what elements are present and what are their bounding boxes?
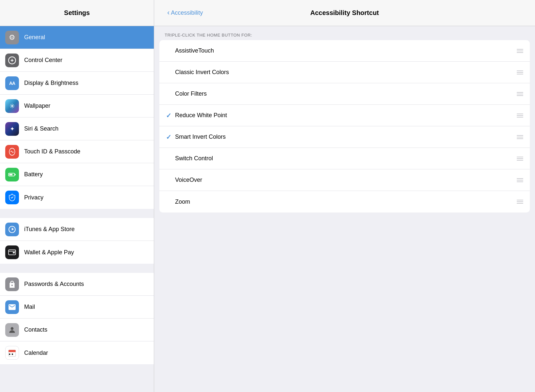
back-label: Accessibility — [171, 9, 203, 16]
check-reduce-white-point: ✓ — [166, 112, 175, 119]
calendar-icon: ● ● ● — [5, 346, 19, 360]
sidebar-item-calendar[interactable]: ● ● ● Calendar — [0, 341, 154, 364]
drag-handle-switch-control[interactable] — [517, 157, 523, 161]
sidebar-item-siri-search[interactable]: ✦ Siri & Search — [0, 118, 154, 140]
right-panel: TRIPLE-CLICK THE HOME BUTTON FOR: Assist… — [154, 26, 535, 392]
svg-point-10 — [11, 327, 14, 330]
page-title: Accessibility Shortcut — [310, 9, 379, 17]
itunes-icon — [5, 223, 19, 236]
back-chevron-icon: ‹ — [167, 9, 170, 16]
sidebar-item-label-display-brightness: Display & Brightness — [24, 80, 78, 86]
sidebar-item-label-battery: Battery — [24, 171, 43, 178]
option-label-classic-invert: Classic Invert Colors — [175, 69, 513, 76]
sidebar-item-label-contacts: Contacts — [24, 326, 47, 333]
sidebar-item-label-itunes: iTunes & App Store — [24, 226, 74, 233]
sidebar-item-wallet[interactable]: Wallet & Apple Pay — [0, 241, 154, 264]
sidebar-divider-1 — [0, 209, 154, 218]
display-brightness-icon: AA — [5, 76, 19, 90]
sidebar-item-privacy[interactable]: Privacy — [0, 186, 154, 209]
sidebar-item-label-calendar: Calendar — [24, 350, 48, 356]
check-classic-invert — [166, 69, 175, 76]
back-button[interactable]: ‹ Accessibility — [167, 9, 203, 16]
sidebar-item-label-siri: Siri & Search — [24, 125, 58, 132]
check-smart-invert: ✓ — [166, 133, 175, 141]
sidebar-item-display-brightness[interactable]: AA Display & Brightness — [0, 72, 154, 95]
sidebar-item-label-passwords: Passwords & Accounts — [24, 281, 84, 288]
option-classic-invert[interactable]: Classic Invert Colors — [159, 62, 530, 83]
check-assistive-touch — [166, 47, 175, 55]
wallet-icon — [5, 245, 19, 259]
sidebar-item-wallpaper[interactable]: ✳ Wallpaper — [0, 95, 154, 118]
drag-handle-assistive-touch[interactable] — [517, 49, 523, 53]
sidebar-item-passwords[interactable]: Passwords & Accounts — [0, 273, 154, 296]
mail-icon — [5, 300, 19, 314]
sidebar-item-label-general: General — [24, 34, 45, 41]
sidebar-item-label-privacy: Privacy — [24, 194, 43, 201]
general-icon: ⚙ — [5, 31, 19, 44]
sidebar-item-label-touch-id: Touch ID & Passcode — [24, 148, 80, 155]
option-label-smart-invert: Smart Invert Colors — [175, 133, 513, 140]
sidebar: ⚙ General Control Center AA Disp — [0, 26, 154, 392]
header-left: Settings — [0, 0, 154, 26]
sidebar-group-1: ⚙ General Control Center AA Disp — [0, 26, 154, 209]
svg-rect-8 — [13, 252, 15, 253]
check-switch-control — [166, 155, 175, 162]
option-label-color-filters: Color Filters — [175, 90, 513, 97]
drag-handle-zoom[interactable] — [517, 200, 523, 204]
drag-handle-classic-invert[interactable] — [517, 71, 523, 74]
drag-handle-smart-invert[interactable] — [517, 135, 523, 139]
wallpaper-icon: ✳ — [5, 99, 19, 113]
settings-title: Settings — [64, 9, 90, 17]
sidebar-group-3: Passwords & Accounts Mail — [0, 273, 154, 364]
option-assistive-touch[interactable]: AssistiveTouch — [159, 40, 530, 62]
battery-icon — [5, 168, 19, 181]
sidebar-item-general[interactable]: ⚙ General — [0, 26, 154, 49]
option-label-assistive-touch: AssistiveTouch — [175, 47, 513, 54]
svg-text:● ● ●: ● ● ● — [8, 352, 13, 356]
touch-id-icon — [5, 145, 19, 159]
option-smart-invert[interactable]: ✓ Smart Invert Colors — [159, 126, 530, 148]
option-label-zoom: Zoom — [175, 198, 513, 205]
main-content: ⚙ General Control Center AA Disp — [0, 26, 535, 392]
sidebar-item-itunes-app-store[interactable]: iTunes & App Store — [0, 218, 154, 241]
check-zoom — [166, 198, 175, 206]
sidebar-item-touch-id[interactable]: Touch ID & Passcode — [0, 140, 154, 163]
check-color-filters — [166, 90, 175, 98]
passwords-icon — [5, 277, 19, 291]
option-label-voiceover: VoiceOver — [175, 177, 513, 183]
svg-rect-2 — [12, 59, 12, 62]
control-center-icon — [5, 54, 19, 67]
header-right: ‹ Accessibility Accessibility Shortcut — [154, 0, 535, 26]
contacts-icon — [5, 323, 19, 337]
option-switch-control[interactable]: Switch Control — [159, 148, 530, 169]
sidebar-item-control-center[interactable]: Control Center — [0, 49, 154, 72]
options-list: AssistiveTouch Classic Invert Colors — [159, 40, 530, 212]
sidebar-group-2: iTunes & App Store Wallet & Apple Pay — [0, 218, 154, 264]
app-header: Settings ‹ Accessibility Accessibility S… — [0, 0, 535, 26]
section-header: TRIPLE-CLICK THE HOME BUTTON FOR: — [159, 33, 530, 40]
sidebar-item-label-wallet: Wallet & Apple Pay — [24, 249, 74, 256]
check-voiceover — [166, 176, 175, 184]
sidebar-divider-2 — [0, 264, 154, 273]
option-label-switch-control: Switch Control — [175, 155, 513, 162]
option-color-filters[interactable]: Color Filters — [159, 83, 530, 105]
sidebar-item-mail[interactable]: Mail — [0, 296, 154, 319]
privacy-icon — [5, 191, 19, 204]
sidebar-item-contacts[interactable]: Contacts — [0, 319, 154, 341]
svg-rect-6 — [9, 174, 12, 175]
sidebar-item-label-wallpaper: Wallpaper — [24, 102, 50, 109]
sidebar-item-battery[interactable]: Battery — [0, 163, 154, 186]
drag-handle-reduce-white-point[interactable] — [517, 114, 523, 118]
sidebar-item-label-mail: Mail — [24, 304, 35, 310]
svg-rect-5 — [15, 174, 16, 175]
option-zoom[interactable]: Zoom — [159, 191, 530, 212]
drag-handle-voiceover[interactable] — [517, 178, 523, 182]
option-voiceover[interactable]: VoiceOver — [159, 169, 530, 191]
siri-icon: ✦ — [5, 122, 19, 136]
sidebar-item-label-control-center: Control Center — [24, 57, 62, 64]
option-label-reduce-white-point: Reduce White Point — [175, 112, 513, 119]
option-reduce-white-point[interactable]: ✓ Reduce White Point — [159, 105, 530, 126]
drag-handle-color-filters[interactable] — [517, 92, 523, 96]
